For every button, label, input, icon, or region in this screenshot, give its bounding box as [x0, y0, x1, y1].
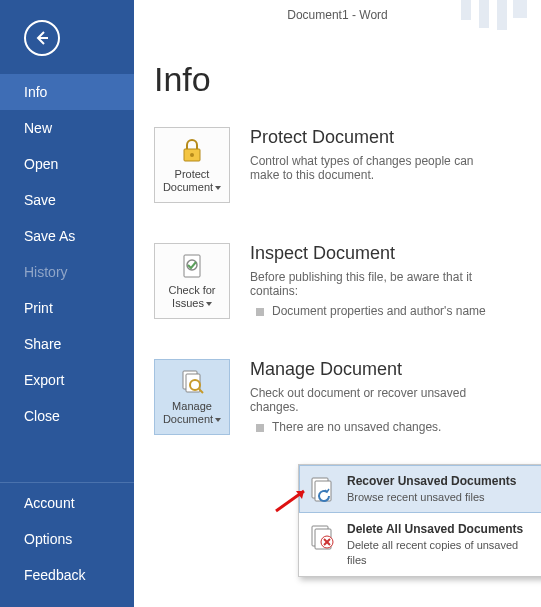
sidebar-item-account[interactable]: Account [0, 485, 134, 521]
sidebar-label: Info [24, 84, 47, 100]
back-arrow-icon [33, 29, 51, 47]
bullet-text: There are no unsaved changes. [272, 420, 441, 434]
sidebar-item-export[interactable]: Export [0, 362, 134, 398]
menu-item-desc: Browse recent unsaved files [347, 490, 516, 505]
sidebar-label: New [24, 120, 52, 136]
inspect-row: Check for Issues Inspect Document Before… [154, 243, 521, 319]
protect-text: Protect Document Control what types of c… [250, 127, 490, 203]
sidebar-item-new[interactable]: New [0, 110, 134, 146]
menu-item-desc: Delete all recent copies of unsaved file… [347, 538, 539, 568]
check-for-issues-tile[interactable]: Check for Issues [154, 243, 230, 319]
menu-delete-all-unsaved[interactable]: Delete All Unsaved Documents Delete all … [299, 513, 541, 576]
sidebar-item-close[interactable]: Close [0, 398, 134, 434]
protect-row: Protect Document Protect Document Contro… [154, 127, 521, 203]
sidebar-label: Account [24, 495, 75, 511]
protect-title: Protect Document [250, 127, 490, 148]
manage-title: Manage Document [250, 359, 490, 380]
sidebar-item-options[interactable]: Options [0, 521, 134, 557]
manage-row: Manage Document Manage Document Check ou… [154, 359, 521, 435]
bullet-text: Document properties and author's name [272, 304, 486, 318]
chevron-down-icon [215, 186, 221, 190]
tile-label: Protect Document [163, 168, 213, 193]
sidebar-label: Save [24, 192, 56, 208]
inspect-icon [178, 252, 206, 280]
manage-text: Manage Document Check out document or re… [250, 359, 490, 435]
info-main: Document1 - Word Info Protect Document P… [134, 0, 541, 607]
sidebar-label: Feedback [24, 567, 85, 583]
sidebar-item-open[interactable]: Open [0, 146, 134, 182]
manage-document-tile[interactable]: Manage Document [154, 359, 230, 435]
sidebar-item-info[interactable]: Info [0, 74, 134, 110]
sidebar-item-history: History [0, 254, 134, 290]
inspect-title: Inspect Document [250, 243, 490, 264]
sidebar-item-save-as[interactable]: Save As [0, 218, 134, 254]
sidebar-item-print[interactable]: Print [0, 290, 134, 326]
sidebar-label: Print [24, 300, 53, 316]
manage-desc: Check out document or recover unsaved ch… [250, 386, 490, 414]
annotation-arrow [274, 485, 314, 515]
sidebar-label: Share [24, 336, 61, 352]
sidebar-label: Close [24, 408, 60, 424]
chevron-down-icon [206, 302, 212, 306]
inspect-desc: Before publishing this file, be aware th… [250, 270, 490, 298]
menu-recover-unsaved[interactable]: Recover Unsaved Documents Browse recent … [299, 465, 541, 513]
protect-document-tile[interactable]: Protect Document [154, 127, 230, 203]
svg-point-2 [190, 153, 194, 157]
manage-document-menu: Recover Unsaved Documents Browse recent … [298, 464, 541, 577]
delete-icon [307, 521, 339, 553]
lock-icon [178, 136, 206, 164]
tile-label: Manage Document [163, 400, 213, 425]
sidebar-label: History [24, 264, 68, 280]
inspect-bullet: Document properties and author's name [250, 304, 490, 318]
back-button[interactable] [24, 20, 60, 56]
bullet-icon [256, 424, 264, 432]
window-title: Document1 - Word [134, 8, 541, 22]
sidebar-label: Open [24, 156, 58, 172]
sidebar-item-save[interactable]: Save [0, 182, 134, 218]
page-title: Info [154, 60, 521, 99]
sidebar-separator [0, 482, 134, 483]
inspect-text: Inspect Document Before publishing this … [250, 243, 490, 319]
protect-desc: Control what types of changes people can… [250, 154, 490, 182]
backstage-sidebar: Info New Open Save Save As History Print… [0, 0, 134, 607]
sidebar-label: Save As [24, 228, 75, 244]
sidebar-label: Options [24, 531, 72, 547]
menu-item-title: Recover Unsaved Documents [347, 473, 516, 489]
sidebar-item-feedback[interactable]: Feedback [0, 557, 134, 593]
document-search-icon [178, 368, 206, 396]
bullet-icon [256, 308, 264, 316]
menu-item-title: Delete All Unsaved Documents [347, 521, 539, 537]
chevron-down-icon [215, 418, 221, 422]
sidebar-item-share[interactable]: Share [0, 326, 134, 362]
sidebar-label: Export [24, 372, 64, 388]
manage-bullet: There are no unsaved changes. [250, 420, 490, 434]
